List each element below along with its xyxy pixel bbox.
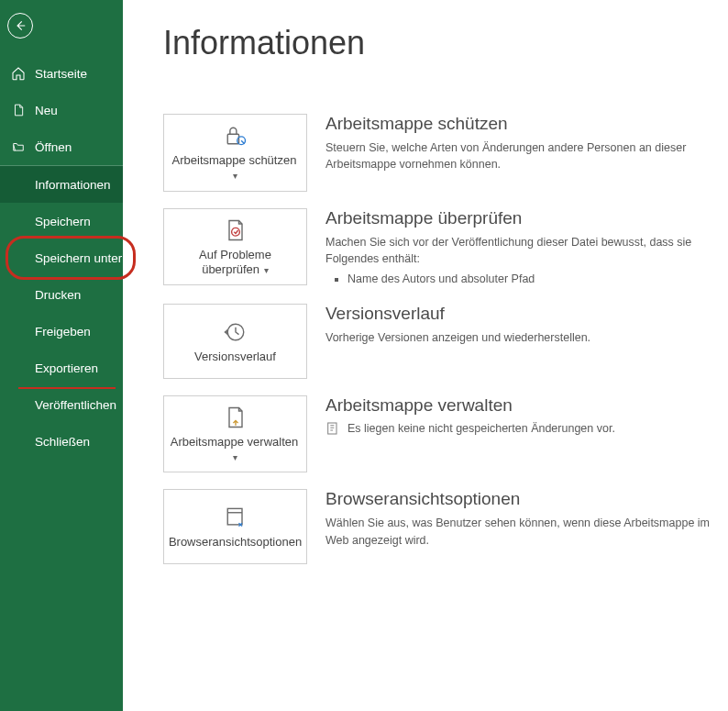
page-title: Informationen — [163, 24, 728, 62]
sidebar-item-label: Speichern — [35, 215, 91, 228]
section-history: Versionsverlauf Versionsverlauf Vorherig… — [163, 304, 728, 379]
sidebar-item-label: Startseite — [35, 67, 87, 81]
main-panel: Informationen Arbeitsmappe schützen ▾ Ar… — [123, 0, 728, 711]
folder-open-icon — [11, 139, 26, 154]
manage-document-icon — [223, 404, 248, 431]
chevron-down-icon: ▾ — [233, 171, 237, 181]
sidebar-item-label: Exportieren — [35, 361, 98, 375]
sidebar-item-neu[interactable]: Neu — [0, 92, 123, 128]
browser-view-options-button[interactable]: Browseransichtsoptionen — [163, 489, 307, 564]
check-document-icon — [223, 217, 248, 244]
browser-icon — [223, 504, 248, 531]
card-label: Arbeitsmappe verwalten — [171, 435, 298, 449]
section-desc: Wählen Sie aus, was Benutzer sehen könne… — [325, 515, 713, 548]
check-issues-button[interactable]: Auf Probleme überprüfen ▾ — [163, 208, 307, 286]
section-title: Versionsverlauf — [325, 304, 713, 324]
sidebar-item-informationen[interactable]: Informationen — [0, 166, 123, 203]
backstage-sidebar: Startseite Neu Öffnen Informationen Spei… — [0, 0, 123, 711]
sidebar-item-exportieren[interactable]: Exportieren — [0, 350, 123, 386]
sidebar-item-drucken[interactable]: Drucken — [0, 276, 123, 313]
unsaved-icon — [325, 421, 340, 436]
card-label: Browseransichtsoptionen — [169, 535, 302, 549]
sidebar-item-speichern[interactable]: Speichern — [0, 203, 123, 239]
sidebar-item-label: Veröffentlichen — [35, 398, 116, 412]
sidebar-item-speichern-unter[interactable]: Speichern unter — [0, 239, 123, 276]
card-label: Arbeitsmappe schützen — [172, 153, 297, 167]
section-protect: Arbeitsmappe schützen ▾ Arbeitsmappe sch… — [163, 114, 728, 192]
sidebar-item-veroeffentlichen[interactable]: Veröffentlichen — [0, 386, 123, 423]
manage-workbook-button[interactable]: Arbeitsmappe verwalten ▾ — [163, 395, 307, 473]
section-desc: Steuern Sie, welche Arten von Änderungen… — [325, 139, 713, 172]
file-icon — [11, 103, 26, 117]
sidebar-item-schliessen[interactable]: Schließen — [0, 423, 123, 460]
sidebar-item-label: Neu — [35, 104, 58, 117]
sidebar-item-label: Schließen — [35, 435, 90, 449]
back-button[interactable] — [7, 13, 33, 39]
svg-point-2 — [231, 228, 239, 236]
section-browser: Browseransichtsoptionen Browseransichtso… — [163, 489, 728, 564]
sidebar-item-oeffnen[interactable]: Öffnen — [0, 128, 123, 165]
section-title: Arbeitsmappe verwalten — [325, 395, 713, 416]
chevron-down-icon: ▾ — [261, 265, 269, 275]
lock-key-icon — [222, 122, 249, 150]
section-title: Arbeitsmappe schützen — [325, 114, 713, 134]
section-manage: Arbeitsmappe verwalten ▾ Arbeitsmappe ve… — [163, 395, 728, 473]
section-desc: Es liegen keine nicht gespeicherten Ände… — [347, 422, 615, 435]
sidebar-item-label: Speichern unter — [35, 251, 122, 265]
version-history-button[interactable]: Versionsverlauf — [163, 304, 307, 379]
sidebar-item-label: Freigeben — [35, 325, 91, 339]
back-arrow-icon — [14, 19, 27, 32]
sidebar-item-label: Öffnen — [35, 140, 72, 154]
sidebar-item-startseite[interactable]: Startseite — [0, 55, 123, 92]
section-inspect: Auf Probleme überprüfen ▾ Arbeitsmappe ü… — [163, 208, 728, 287]
sidebar-item-label: Drucken — [35, 288, 81, 302]
svg-rect-4 — [328, 423, 336, 434]
sidebar-item-label: Informationen — [35, 178, 111, 192]
section-desc: Machen Sie sich vor der Veröffentlichung… — [325, 234, 713, 267]
protect-workbook-button[interactable]: Arbeitsmappe schützen ▾ — [163, 114, 307, 192]
card-label: Versionsverlauf — [194, 350, 276, 363]
inspect-bullet: Name des Autors und absoluter Pfad — [347, 271, 713, 287]
chevron-down-icon: ▾ — [233, 452, 237, 462]
sidebar-item-freigeben[interactable]: Freigeben — [0, 313, 123, 350]
section-desc: Vorherige Versionen anzeigen und wiederh… — [325, 329, 713, 346]
section-title: Browseransichtsoptionen — [325, 489, 713, 509]
history-icon — [223, 318, 248, 346]
section-title: Arbeitsmappe überprüfen — [325, 208, 713, 228]
svg-rect-5 — [227, 509, 242, 526]
home-icon — [11, 66, 26, 81]
